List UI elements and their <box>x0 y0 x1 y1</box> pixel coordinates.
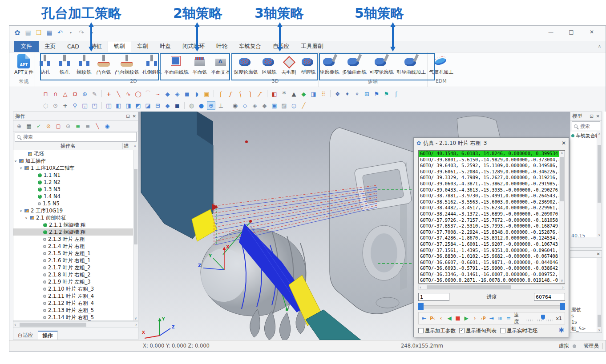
tree-row[interactable]: ∨ 1 工序10XZ二轴车 <box>13 164 138 172</box>
panel-float-icon[interactable]: ⊡ <box>126 114 129 119</box>
toolbar-separator[interactable] <box>184 102 185 109</box>
display-section-icon[interactable]: ◶ <box>290 101 298 110</box>
display-translucent-icon[interactable]: ▨ <box>280 101 288 110</box>
prev-pass-button[interactable]: P‹ <box>430 316 435 321</box>
tree-row[interactable]: ∨ 2.1 前部特征 <box>13 214 138 221</box>
solid-color-cube-icon[interactable]: ◧ <box>270 90 279 98</box>
solid-cube-icon[interactable]: ◼ <box>183 90 191 98</box>
tab-tool-grinding[interactable]: 工具磨削 <box>295 41 329 52</box>
model-scrollbar[interactable]: ∧∨ <box>597 132 602 237</box>
go-end-button[interactable]: ⇥ <box>489 315 494 321</box>
fixture-edit-icon[interactable]: ✦ <box>343 90 351 98</box>
orbit-icon[interactable]: ◌ <box>41 101 50 110</box>
toolbar-separator[interactable] <box>267 90 267 97</box>
expand-icon[interactable]: ∨ <box>25 216 30 220</box>
progress-start-input[interactable] <box>418 293 449 301</box>
solid-revolve-icon[interactable]: ◗ <box>193 90 201 98</box>
speed-slider-handle[interactable] <box>541 315 545 320</box>
expand-icon[interactable]: ∨ <box>20 166 24 170</box>
progress-range-slider[interactable] <box>418 303 565 310</box>
sketch-edit-icon[interactable]: ✎ <box>90 90 99 98</box>
list-icon[interactable]: ≡ <box>84 122 92 130</box>
goto-line[interactable]: GOTO/-38.5162,-3.5563,-15.6003,0.000000,… <box>419 199 559 205</box>
tab-impeller[interactable]: 叶轮 <box>210 41 233 52</box>
display-point-icon[interactable]: ◉ <box>231 101 239 110</box>
fixture-add-icon[interactable]: ✧ <box>353 90 361 98</box>
maximize-button[interactable]: □ <box>561 26 582 38</box>
lower-panel-scrollbar[interactable]: ∨ <box>597 258 602 332</box>
tab-turning[interactable]: 车削 <box>131 41 154 52</box>
tree-row[interactable]: 2.1.1 螺旋槽 粗 <box>13 221 138 228</box>
show-machining-params-checkbox[interactable]: 显示加工参数 <box>418 328 456 334</box>
tree-row[interactable]: 1.5 N5 <box>13 200 138 207</box>
view-bottom-icon[interactable]: ⊟ <box>154 101 162 110</box>
tree-row[interactable]: 2.1.9 叶片 左粗_3 <box>13 278 138 285</box>
surface-icon[interactable]: ◆ <box>163 90 172 98</box>
play-button[interactable]: ▶ <box>464 315 469 321</box>
tree-row[interactable]: 2.1.11 叶片 左粗_4 <box>13 292 138 300</box>
goto-line[interactable]: GOTO/-37.1561,-1.4395,-15.9351,0.000000,… <box>419 248 559 254</box>
tree-row[interactable]: 1.1 N1 <box>13 172 138 179</box>
axis-star-icon[interactable]: * <box>280 90 288 98</box>
goto-line[interactable]: GOTO/-36.0600,0.2871,-16.0078,0.000000,0… <box>419 277 559 283</box>
next-step-button[interactable]: › <box>472 315 477 321</box>
spline-icon[interactable]: ∼ <box>154 90 162 98</box>
tab-milling[interactable]: 铣削 <box>108 41 131 52</box>
tab-home[interactable]: 主页 <box>39 41 61 52</box>
range-handle-left[interactable] <box>418 303 424 310</box>
cone-icon[interactable]: ▲ <box>290 90 298 98</box>
arc-icon[interactable]: ⌒ <box>144 90 152 98</box>
show-statement-list-checkbox[interactable]: 显示语句列表 <box>459 328 497 334</box>
tree-row[interactable]: 2.1.3 叶片 左粗 <box>13 236 138 243</box>
tree-vertical-scrollbar[interactable]: ∨ <box>133 150 138 321</box>
tab-blisk[interactable]: 叶盘 <box>154 41 177 52</box>
solid-box-icon[interactable]: ▣ <box>202 90 211 98</box>
view-left-icon[interactable]: ◨ <box>124 101 133 110</box>
show-realtime-stock-checkbox[interactable]: 显示实时毛坯 <box>500 328 537 334</box>
tree-row[interactable]: ∨ 加工操作 <box>13 157 138 164</box>
zoom-window-icon[interactable]: ◱ <box>81 101 89 110</box>
undo-icon[interactable]: ↶ <box>56 28 65 37</box>
point-icon[interactable]: + <box>105 90 113 98</box>
flag-blue-icon[interactable]: ⚑ <box>372 90 381 98</box>
tree-row[interactable]: 1.3 N3 <box>13 186 138 193</box>
goto-line[interactable]: GOTO/-37.7008,-2.2924,-15.8348,0.000000,… <box>419 229 559 236</box>
curve-edit-2-icon[interactable]: ʃ <box>226 88 236 99</box>
toolbar-separator[interactable] <box>228 102 228 109</box>
line-icon[interactable]: ╲ <box>114 90 123 98</box>
toolbar-separator[interactable] <box>101 102 102 109</box>
zoom-icon[interactable]: ⚲ <box>71 101 79 110</box>
dialog-close-icon[interactable]: ✕ <box>562 140 566 146</box>
model-search-input[interactable] <box>579 123 606 130</box>
list-check-icon[interactable]: ≡ <box>74 122 82 130</box>
squiggle-icon[interactable]: ʃ <box>392 90 400 98</box>
goto-line[interactable]: GOTO/-37.2584,-1.6001,-15.9207,-0.000000… <box>419 241 559 248</box>
tree-row[interactable]: 毛坯 <box>13 150 138 157</box>
view-back-icon[interactable]: ◧ <box>114 101 123 110</box>
tab-mill-turn[interactable]: 车铣复合 <box>233 41 267 52</box>
mode-label[interactable]: 虚拟 <box>559 343 569 349</box>
expand-icon[interactable]: ∨ <box>14 159 19 163</box>
sketch-arch-icon[interactable]: ∩ <box>51 90 60 98</box>
docked-panel-strip[interactable] <box>603 112 606 340</box>
goto-line[interactable]: GOTO/-39.0603,-4.3871,-15.3862,0.000000,… <box>419 181 559 187</box>
panel-close-icon[interactable]: ✕ <box>133 114 136 119</box>
redo-icon[interactable]: ↷ <box>77 28 86 37</box>
go-start-button[interactable]: ⇤ <box>421 315 427 321</box>
goto-line[interactable]: GOTO/-39.3329,-4.7989,-15.2627,0.000000,… <box>419 175 559 181</box>
panel-close-icon[interactable]: ✕ <box>597 252 600 256</box>
view-iso-shaded-icon[interactable]: ◼ <box>173 101 182 110</box>
tree-row[interactable]: 1.4 N4 <box>13 193 138 200</box>
compare-button[interactable]: ≋ <box>497 315 503 321</box>
sketch-loop-icon[interactable]: Ω <box>71 90 79 98</box>
tree-row[interactable]: 2.1.4 叶片 右粗 <box>13 243 138 250</box>
goto-line[interactable]: GOTO/-36.3346,-0.1461,-16.0007,0.000000,… <box>419 272 559 278</box>
diamond-green-icon[interactable]: ◆ <box>299 90 308 98</box>
tree-row[interactable]: 2.1.13 叶片 左粗_5 <box>13 307 138 314</box>
delete-operation-icon[interactable]: ▦ <box>25 122 33 130</box>
sheet-icon[interactable]: ◨ <box>309 90 318 98</box>
goto-list-hscrollbar[interactable]: ‹› <box>418 284 565 290</box>
goto-line[interactable]: GOTO/-38.4482,-3.4517,-15.6234,0.000000,… <box>419 205 559 211</box>
panel-float-icon[interactable]: ⊡ <box>590 114 593 119</box>
strike-icon[interactable]: ╲ <box>93 122 101 130</box>
